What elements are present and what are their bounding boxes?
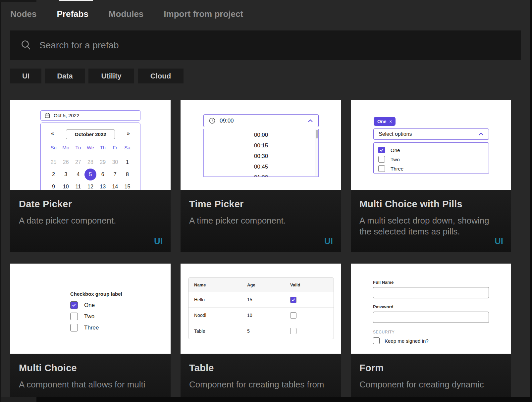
calendar-day[interactable]: 6	[97, 168, 109, 180]
checkbox-checked[interactable]	[70, 301, 78, 309]
checkbox-unchecked[interactable]	[290, 328, 296, 334]
table-row[interactable]: Table5	[188, 323, 334, 339]
calendar-day[interactable]: 29	[97, 156, 109, 168]
card-title: Table	[189, 363, 332, 374]
calendar-day[interactable]: 26	[60, 156, 72, 168]
cell-valid	[290, 312, 334, 319]
scrollbar-thumb[interactable]	[316, 130, 318, 138]
tab-nodes[interactable]: Nodes	[10, 9, 36, 19]
cell-age: 10	[247, 313, 290, 318]
card-preview: 09:00 00:0000:1500:3000:4501:00	[181, 100, 341, 190]
chevron-up-icon[interactable]	[308, 119, 313, 123]
checkbox-unchecked[interactable]	[378, 165, 385, 172]
tab-modules[interactable]: Modules	[109, 9, 143, 19]
option-row[interactable]: Two	[70, 313, 122, 320]
prefab-card-date-picker[interactable]: Oct 5, 2022 « October 2022 » SuMoTuWeThF…	[10, 100, 171, 252]
filter-button-cloud[interactable]: Cloud	[138, 69, 184, 83]
data-table: Name Age Valid Hello15Noodl10Table5	[188, 277, 334, 339]
search-input[interactable]	[39, 35, 521, 55]
cell-age: 5	[247, 328, 290, 334]
calendar-days: 252627282930123456789101112131415	[41, 156, 140, 190]
cell-valid	[290, 297, 334, 303]
column-header-name: Name	[194, 282, 247, 287]
prefab-card-multi-choice-pills[interactable]: One × Select options OneTwoThree Multi C…	[351, 100, 511, 252]
selected-pill[interactable]: One ×	[374, 117, 396, 126]
card-preview: Full Name Password SECURITY Keep me sign…	[351, 264, 511, 354]
day-number: 7	[114, 172, 117, 177]
calendar-day[interactable]: 12	[84, 180, 96, 190]
calendar-day[interactable]: 3	[60, 168, 72, 180]
calendar-day[interactable]: 1	[121, 156, 133, 168]
day-number: 15	[125, 184, 131, 190]
calendar-day[interactable]: 9	[47, 180, 60, 190]
calendar-day[interactable]: 8	[121, 168, 133, 180]
checkbox-unchecked[interactable]	[70, 313, 78, 320]
card-title: Time Picker	[189, 199, 332, 210]
password-input[interactable]	[373, 312, 489, 323]
calendar-day[interactable]: 30	[109, 156, 121, 168]
calendar-day[interactable]: 27	[72, 156, 84, 168]
pill-remove-icon[interactable]: ×	[389, 119, 392, 124]
day-number: 25	[51, 159, 57, 165]
checkbox-checked[interactable]	[378, 147, 385, 153]
table-row[interactable]: Hello15	[188, 292, 334, 308]
option-row[interactable]: Two	[378, 155, 489, 164]
card-title: Multi Choice with Pills	[359, 199, 503, 210]
prefab-card-multi-choice[interactable]: Checkbox group label OneTwoThree Multi C…	[10, 264, 171, 402]
tab-prefabs[interactable]: Prefabs	[57, 9, 88, 19]
day-number: 14	[112, 184, 118, 190]
calendar-day[interactable]: 2	[47, 168, 60, 180]
calendar-day[interactable]: 4	[72, 168, 84, 180]
full-name-input[interactable]	[373, 287, 489, 298]
calendar-day[interactable]: 25	[47, 156, 60, 168]
checkbox-unchecked[interactable]	[290, 312, 296, 319]
checkbox-group-label: Checkbox group label	[70, 291, 122, 297]
calendar-day[interactable]: 11	[72, 180, 84, 190]
checkbox-checked[interactable]	[290, 297, 296, 303]
option-row[interactable]: One	[378, 145, 489, 155]
card-info: Form Component for creating dynamic	[351, 354, 511, 402]
calendar-day[interactable]: 10	[60, 180, 72, 190]
calendar-day[interactable]: 5	[84, 168, 96, 180]
select-input[interactable]: Select options	[373, 128, 489, 140]
option-row[interactable]: One	[70, 301, 122, 309]
calendar-day[interactable]: 28	[84, 156, 96, 168]
month-label[interactable]: October 2022	[66, 129, 115, 139]
option-label: Three	[391, 166, 403, 172]
time-option[interactable]: 00:45	[204, 162, 318, 172]
tab-bar: Nodes Prefabs Modules Import from projec…	[10, 9, 243, 19]
option-row[interactable]: Three	[378, 164, 489, 173]
options-panel: OneTwoThree	[373, 142, 489, 174]
table-row[interactable]: Noodl10	[188, 308, 334, 323]
calendar-day[interactable]: 15	[121, 180, 133, 190]
keep-signed-in-checkbox[interactable]	[373, 337, 380, 344]
window-border-left	[0, 0, 1, 402]
card-info: Multi Choice with Pills A multi select d…	[351, 190, 511, 252]
checkbox-unchecked[interactable]	[70, 324, 78, 331]
prefab-card-table[interactable]: Name Age Valid Hello15Noodl10Table5 Tabl…	[181, 264, 341, 402]
date-input[interactable]: Oct 5, 2022	[40, 110, 140, 121]
prefab-card-form[interactable]: Full Name Password SECURITY Keep me sign…	[351, 264, 511, 402]
time-option[interactable]: 00:00	[204, 130, 318, 140]
time-option[interactable]: 00:30	[204, 151, 318, 162]
filter-button-data[interactable]: Data	[45, 69, 85, 83]
time-option[interactable]: 01:00	[204, 172, 318, 177]
prefab-card-time-picker[interactable]: 09:00 00:0000:1500:3000:4501:00 Time Pic…	[181, 100, 341, 252]
calendar-day[interactable]: 13	[97, 180, 109, 190]
time-option[interactable]: 00:15	[204, 140, 318, 151]
checkbox-unchecked[interactable]	[378, 156, 385, 163]
calendar-day[interactable]: 7	[109, 168, 121, 180]
next-month-button[interactable]: »	[127, 130, 130, 136]
option-row[interactable]: Three	[70, 324, 122, 331]
chevron-up-icon[interactable]	[478, 132, 484, 136]
filter-button-utility[interactable]: Utility	[88, 69, 134, 83]
card-preview: Oct 5, 2022 « October 2022 » SuMoTuWeThF…	[10, 100, 171, 190]
day-number: 6	[101, 172, 104, 177]
tab-import-from-project[interactable]: Import from project	[164, 9, 243, 19]
filter-button-ui[interactable]: UI	[10, 69, 41, 83]
weekday-label: Fr	[109, 145, 121, 150]
card-description: Component for creating tables from	[189, 379, 332, 390]
time-input[interactable]: 09:00	[203, 114, 319, 127]
prev-month-button[interactable]: «	[51, 130, 54, 136]
calendar-day[interactable]: 14	[109, 180, 121, 190]
